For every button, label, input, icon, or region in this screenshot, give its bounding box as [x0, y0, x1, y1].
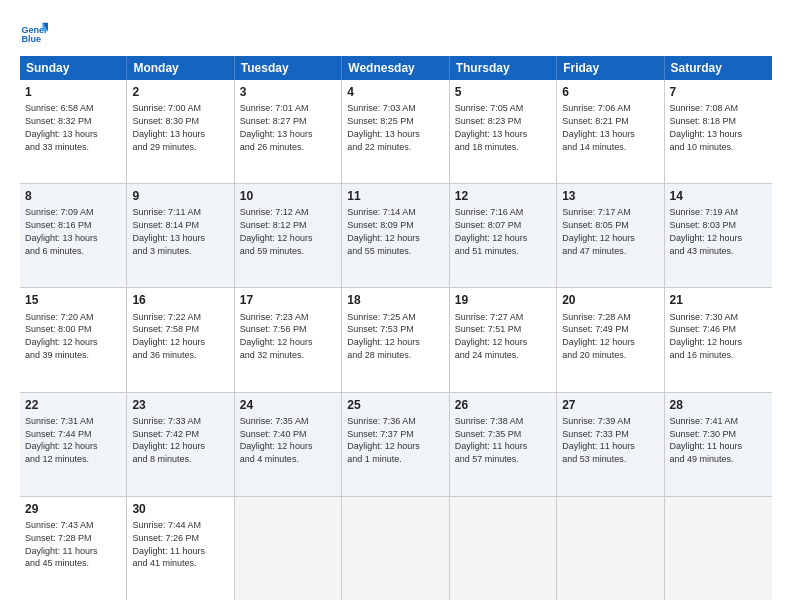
calendar: Sunday Monday Tuesday Wednesday Thursday…: [20, 56, 772, 600]
empty-cell: [235, 497, 342, 600]
day-8: 8Sunrise: 7:09 AMSunset: 8:16 PMDaylight…: [20, 184, 127, 287]
calendar-row-1: 1Sunrise: 6:58 AMSunset: 8:32 PMDaylight…: [20, 80, 772, 184]
day-24: 24Sunrise: 7:35 AMSunset: 7:40 PMDayligh…: [235, 393, 342, 496]
day-5: 5Sunrise: 7:05 AMSunset: 8:23 PMDaylight…: [450, 80, 557, 183]
day-15: 15Sunrise: 7:20 AMSunset: 8:00 PMDayligh…: [20, 288, 127, 391]
day-13: 13Sunrise: 7:17 AMSunset: 8:05 PMDayligh…: [557, 184, 664, 287]
empty-cell: [665, 497, 772, 600]
day-21: 21Sunrise: 7:30 AMSunset: 7:46 PMDayligh…: [665, 288, 772, 391]
day-3: 3Sunrise: 7:01 AMSunset: 8:27 PMDaylight…: [235, 80, 342, 183]
header-saturday: Saturday: [665, 56, 772, 80]
header-monday: Monday: [127, 56, 234, 80]
day-28: 28Sunrise: 7:41 AMSunset: 7:30 PMDayligh…: [665, 393, 772, 496]
day-11: 11Sunrise: 7:14 AMSunset: 8:09 PMDayligh…: [342, 184, 449, 287]
day-2: 2Sunrise: 7:00 AMSunset: 8:30 PMDaylight…: [127, 80, 234, 183]
day-30: 30Sunrise: 7:44 AMSunset: 7:26 PMDayligh…: [127, 497, 234, 600]
empty-cell: [342, 497, 449, 600]
day-18: 18Sunrise: 7:25 AMSunset: 7:53 PMDayligh…: [342, 288, 449, 391]
day-7: 7Sunrise: 7:08 AMSunset: 8:18 PMDaylight…: [665, 80, 772, 183]
day-14: 14Sunrise: 7:19 AMSunset: 8:03 PMDayligh…: [665, 184, 772, 287]
empty-cell: [450, 497, 557, 600]
day-23: 23Sunrise: 7:33 AMSunset: 7:42 PMDayligh…: [127, 393, 234, 496]
day-22: 22Sunrise: 7:31 AMSunset: 7:44 PMDayligh…: [20, 393, 127, 496]
day-26: 26Sunrise: 7:38 AMSunset: 7:35 PMDayligh…: [450, 393, 557, 496]
empty-cell: [557, 497, 664, 600]
day-25: 25Sunrise: 7:36 AMSunset: 7:37 PMDayligh…: [342, 393, 449, 496]
header-thursday: Thursday: [450, 56, 557, 80]
calendar-row-2: 8Sunrise: 7:09 AMSunset: 8:16 PMDaylight…: [20, 184, 772, 288]
day-17: 17Sunrise: 7:23 AMSunset: 7:56 PMDayligh…: [235, 288, 342, 391]
day-27: 27Sunrise: 7:39 AMSunset: 7:33 PMDayligh…: [557, 393, 664, 496]
day-6: 6Sunrise: 7:06 AMSunset: 8:21 PMDaylight…: [557, 80, 664, 183]
logo: General Blue: [20, 20, 48, 48]
calendar-header: Sunday Monday Tuesday Wednesday Thursday…: [20, 56, 772, 80]
header-wednesday: Wednesday: [342, 56, 449, 80]
day-29: 29Sunrise: 7:43 AMSunset: 7:28 PMDayligh…: [20, 497, 127, 600]
day-12: 12Sunrise: 7:16 AMSunset: 8:07 PMDayligh…: [450, 184, 557, 287]
calendar-row-4: 22Sunrise: 7:31 AMSunset: 7:44 PMDayligh…: [20, 393, 772, 497]
day-20: 20Sunrise: 7:28 AMSunset: 7:49 PMDayligh…: [557, 288, 664, 391]
calendar-body: 1Sunrise: 6:58 AMSunset: 8:32 PMDaylight…: [20, 80, 772, 600]
calendar-row-5: 29Sunrise: 7:43 AMSunset: 7:28 PMDayligh…: [20, 497, 772, 600]
svg-text:Blue: Blue: [21, 34, 41, 44]
header-tuesday: Tuesday: [235, 56, 342, 80]
header-sunday: Sunday: [20, 56, 127, 80]
day-10: 10Sunrise: 7:12 AMSunset: 8:12 PMDayligh…: [235, 184, 342, 287]
calendar-row-3: 15Sunrise: 7:20 AMSunset: 8:00 PMDayligh…: [20, 288, 772, 392]
day-19: 19Sunrise: 7:27 AMSunset: 7:51 PMDayligh…: [450, 288, 557, 391]
day-16: 16Sunrise: 7:22 AMSunset: 7:58 PMDayligh…: [127, 288, 234, 391]
day-9: 9Sunrise: 7:11 AMSunset: 8:14 PMDaylight…: [127, 184, 234, 287]
day-1: 1Sunrise: 6:58 AMSunset: 8:32 PMDaylight…: [20, 80, 127, 183]
header-friday: Friday: [557, 56, 664, 80]
day-4: 4Sunrise: 7:03 AMSunset: 8:25 PMDaylight…: [342, 80, 449, 183]
